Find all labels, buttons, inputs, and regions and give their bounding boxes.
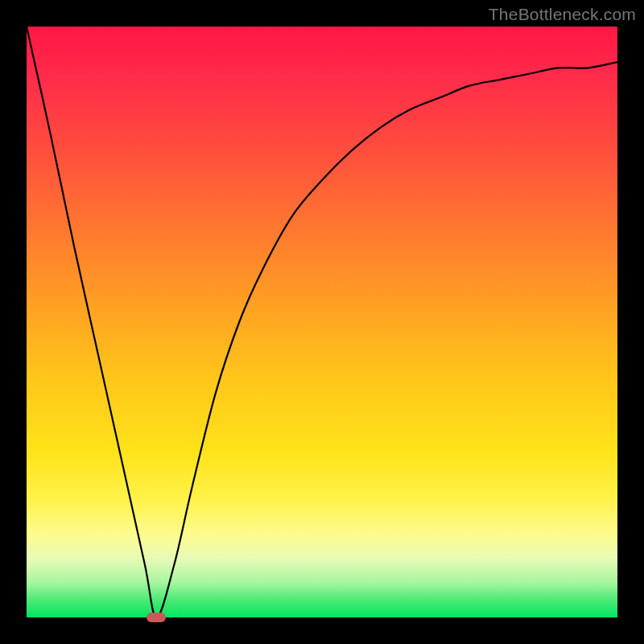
plot-area: [27, 27, 617, 617]
chart-frame: TheBottleneck.com: [0, 0, 644, 644]
attribution-text: TheBottleneck.com: [489, 5, 636, 24]
curve-path: [27, 27, 617, 617]
bottleneck-curve: [27, 27, 617, 617]
optimum-marker: [147, 613, 166, 622]
